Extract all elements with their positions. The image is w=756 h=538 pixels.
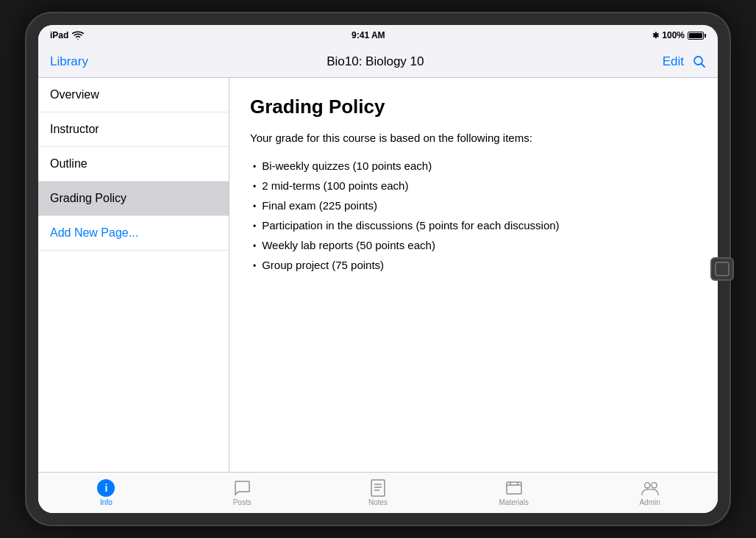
status-time: 9:41 AM xyxy=(352,30,385,40)
status-bar: iPad 9:41 AM ✱ 100% xyxy=(38,25,718,46)
battery-percent: 100% xyxy=(662,30,685,40)
list-item: 2 mid-terms (100 points each) xyxy=(250,176,697,196)
ipad-frame: iPad 9:41 AM ✱ 100% xyxy=(25,12,731,526)
ipad-screen: iPad 9:41 AM ✱ 100% xyxy=(38,25,718,513)
sidebar: Overview Instructor Outline Grading Poli… xyxy=(38,78,229,472)
nav-bar: Library Bio10: Biology 10 Edit xyxy=(38,46,718,78)
tab-posts-label: Posts xyxy=(233,498,252,506)
list-item: Bi-weekly quizzes (10 points each) xyxy=(250,156,697,176)
sidebar-item-grading-policy[interactable]: Grading Policy xyxy=(38,182,229,216)
tab-admin[interactable]: Admin xyxy=(582,476,718,511)
back-button[interactable]: Library xyxy=(50,54,88,69)
sidebar-item-instructor[interactable]: Instructor xyxy=(38,112,229,147)
sidebar-item-outline[interactable]: Outline xyxy=(38,147,229,182)
content-title: Grading Policy xyxy=(250,96,697,118)
svg-rect-6 xyxy=(507,482,521,494)
svg-line-1 xyxy=(702,63,705,67)
svg-point-10 xyxy=(644,482,649,487)
list-item: Weekly lab reports (50 points each) xyxy=(250,235,697,255)
battery-icon xyxy=(688,32,706,40)
ipad-label: iPad xyxy=(50,30,68,40)
bullet-list: Bi-weekly quizzes (10 points each) 2 mid… xyxy=(250,156,697,275)
list-item: Group project (75 points) xyxy=(250,255,697,275)
home-button[interactable] xyxy=(710,257,734,281)
svg-point-11 xyxy=(651,482,656,487)
tab-notes[interactable]: Notes xyxy=(310,476,446,511)
notes-icon xyxy=(368,480,388,496)
edit-button[interactable]: Edit xyxy=(663,54,684,69)
wifi-icon xyxy=(72,31,84,40)
posts-icon xyxy=(232,480,252,496)
status-right: ✱ 100% xyxy=(652,30,706,40)
tab-materials[interactable]: Materials xyxy=(446,476,582,511)
tab-info[interactable]: i Info xyxy=(38,476,174,511)
content-panel: Grading Policy Your grade for this cours… xyxy=(229,78,718,472)
svg-rect-2 xyxy=(371,480,385,496)
tab-notes-label: Notes xyxy=(368,498,388,506)
list-item: Final exam (225 points) xyxy=(250,196,697,215)
nav-actions: Edit xyxy=(663,54,706,69)
status-left: iPad xyxy=(50,30,84,40)
sidebar-item-add-new[interactable]: Add New Page... xyxy=(38,216,229,251)
tab-info-label: Info xyxy=(100,498,113,506)
tab-admin-label: Admin xyxy=(639,498,660,506)
nav-title: Bio10: Biology 10 xyxy=(327,54,424,69)
info-icon: i xyxy=(96,480,115,496)
bluetooth-icon: ✱ xyxy=(652,31,659,40)
sidebar-item-overview[interactable]: Overview xyxy=(38,78,229,112)
admin-icon xyxy=(641,480,660,496)
list-item: Participation in the discussions (5 poin… xyxy=(250,215,697,235)
main-content: Overview Instructor Outline Grading Poli… xyxy=(38,78,718,472)
search-icon[interactable] xyxy=(693,55,706,68)
content-intro: Your grade for this course is based on t… xyxy=(250,130,697,147)
materials-icon xyxy=(504,480,524,496)
tab-posts[interactable]: Posts xyxy=(174,476,310,511)
tab-bar: i Info Posts xyxy=(38,472,718,513)
home-button-inner xyxy=(715,262,730,276)
tab-materials-label: Materials xyxy=(499,498,529,506)
